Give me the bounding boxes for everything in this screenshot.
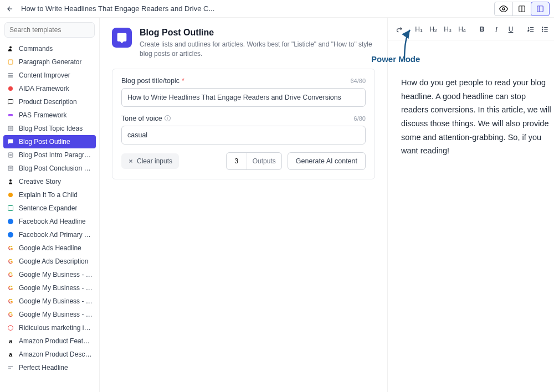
- template-label: Product Description: [19, 98, 77, 106]
- h2-button[interactable]: H2: [428, 23, 439, 35]
- split-mode-button[interactable]: [512, 2, 531, 16]
- template-item-10[interactable]: Creative Story: [3, 175, 96, 188]
- g-icon: G: [7, 271, 14, 278]
- template-item-12[interactable]: Sentence Expander: [3, 202, 96, 215]
- h4-button[interactable]: H4: [456, 23, 468, 35]
- template-item-6[interactable]: Blog Post Topic Ideas: [3, 122, 96, 135]
- template-item-1[interactable]: Paragraph Generator: [3, 55, 96, 69]
- template-item-9[interactable]: Blog Post Conclusion Par...: [3, 162, 96, 175]
- svg-point-22: [8, 193, 13, 197]
- prod-icon: [7, 98, 14, 106]
- template-item-18[interactable]: GGoogle My Business - Ev...: [3, 281, 96, 295]
- svg-rect-6: [8, 60, 13, 64]
- template-item-20[interactable]: GGoogle My Business - Off...: [3, 308, 96, 321]
- field-title-counter: 64/80: [350, 78, 366, 84]
- para-icon: [7, 58, 14, 66]
- template-label: Facebook Ad Headline: [19, 218, 86, 225]
- template-item-24[interactable]: Perfect Headline: [3, 361, 96, 374]
- template-item-23[interactable]: aAmazon Product Descript...: [3, 348, 96, 361]
- ordered-list-button[interactable]: [525, 23, 536, 35]
- editor-toolbar: H1 H2 H3 H4 B I U: [388, 23, 554, 40]
- h3-button[interactable]: H3: [442, 23, 453, 35]
- story-icon: [7, 178, 14, 185]
- template-item-22[interactable]: aAmazon Product Feature...: [3, 334, 96, 348]
- svg-point-26: [8, 326, 13, 331]
- template-label: Amazon Product Descript...: [19, 350, 93, 358]
- page-title: How to Write Headlines That Engage Reade…: [21, 4, 495, 13]
- fb-icon: [7, 218, 14, 225]
- search-input[interactable]: [4, 22, 95, 38]
- h1-button[interactable]: H1: [413, 23, 424, 35]
- g-icon: G: [7, 244, 14, 252]
- focus-mode-button[interactable]: [494, 2, 513, 16]
- svg-rect-15: [8, 153, 13, 157]
- template-item-2[interactable]: Content Improver: [3, 69, 96, 82]
- amz-icon: a: [7, 350, 14, 358]
- template-label: Paragraph Generator: [19, 58, 81, 66]
- template-item-16[interactable]: GGoogle Ads Description: [3, 255, 96, 268]
- template-item-17[interactable]: GGoogle My Business - W...: [3, 268, 96, 281]
- template-item-14[interactable]: Facebook Ad Primary Text: [3, 228, 96, 241]
- template-name: Blog Post Outline: [140, 28, 375, 38]
- chat-icon: [116, 32, 127, 43]
- g-icon: G: [7, 311, 14, 318]
- template-item-8[interactable]: Blog Post Intro Paragraph: [3, 148, 96, 162]
- template-item-5[interactable]: PAS Framework: [3, 109, 96, 122]
- svg-rect-12: [8, 126, 13, 131]
- undo-icon: [388, 25, 388, 33]
- g-icon: G: [7, 257, 14, 265]
- tone-input[interactable]: [121, 126, 366, 145]
- template-label: Sentence Expander: [19, 204, 77, 212]
- generate-button[interactable]: Generate AI content: [288, 152, 366, 170]
- italic-button[interactable]: I: [491, 23, 502, 35]
- title-input[interactable]: [121, 88, 366, 107]
- template-label: Blog Post Intro Paragraph: [19, 151, 93, 159]
- cmd-icon: [7, 45, 14, 53]
- svg-rect-3: [537, 6, 543, 12]
- template-item-13[interactable]: Facebook Ad Headline: [3, 215, 96, 228]
- field-tone-label: Tone of voice i: [121, 115, 171, 122]
- template-label: Commands: [19, 45, 53, 53]
- template-item-0[interactable]: Commands: [3, 42, 96, 55]
- svg-point-35: [542, 27, 543, 28]
- bullet-list-button[interactable]: [540, 23, 551, 35]
- template-item-15[interactable]: GGoogle Ads Headline: [3, 241, 96, 255]
- template-label: Amazon Product Feature...: [19, 337, 93, 345]
- outputs-count-input[interactable]: [227, 157, 247, 165]
- undo-button[interactable]: [388, 23, 390, 35]
- template-item-3[interactable]: AIDA Framework: [3, 82, 96, 95]
- template-item-11[interactable]: Explain It To a Child: [3, 188, 96, 202]
- underline-button[interactable]: U: [505, 23, 516, 35]
- template-label: Google My Business - Off...: [19, 311, 93, 318]
- info-icon: i: [165, 115, 171, 121]
- bold-button[interactable]: B: [476, 23, 488, 35]
- blog-icon: [7, 164, 14, 172]
- template-item-4[interactable]: Product Description: [3, 95, 96, 109]
- outputs-label: Outputs: [247, 153, 281, 169]
- redo-icon: [395, 25, 403, 33]
- template-item-19[interactable]: GGoogle My Business - Pr...: [3, 295, 96, 308]
- template-label: PAS Framework: [19, 111, 66, 119]
- expand-icon: [7, 204, 14, 212]
- head-icon: [7, 364, 14, 372]
- redo-button[interactable]: [393, 23, 404, 35]
- blog-icon: [7, 151, 14, 159]
- outline-icon: [7, 138, 14, 146]
- template-item-7[interactable]: Blog Post Outline: [3, 135, 96, 148]
- g-icon: G: [7, 284, 14, 292]
- svg-point-5: [9, 47, 12, 49]
- eye-icon: [499, 4, 508, 13]
- pas-icon: [7, 111, 14, 119]
- outputs-stepper[interactable]: Outputs: [226, 152, 282, 170]
- template-label: Google My Business - W...: [19, 271, 93, 278]
- svg-point-10: [8, 86, 13, 91]
- template-item-21[interactable]: Ridiculous marketing ideas: [3, 321, 96, 334]
- numbered-list-icon: [527, 25, 535, 33]
- back-button[interactable]: [4, 3, 16, 14]
- form-actions: Clear inputs Outputs Generate AI content: [121, 152, 366, 170]
- power-mode-button[interactable]: [531, 2, 550, 16]
- field-title-label: Blog post title/topic *: [121, 77, 184, 85]
- clear-inputs-button[interactable]: Clear inputs: [121, 153, 179, 169]
- aida-icon: [7, 85, 14, 92]
- svg-point-21: [9, 179, 12, 182]
